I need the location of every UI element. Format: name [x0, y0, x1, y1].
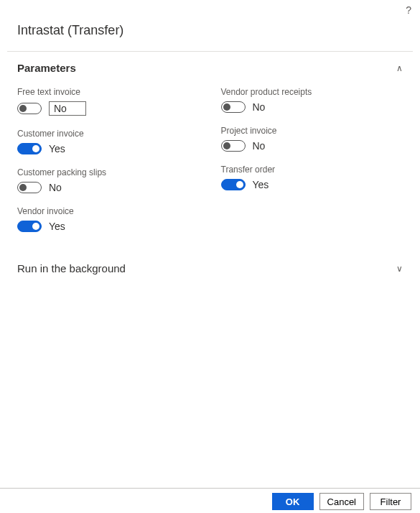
value-customer-invoice: Yes	[49, 143, 65, 154]
filter-button[interactable]: Filter	[370, 493, 411, 510]
label-transfer-order: Transfer order	[221, 165, 403, 175]
chevron-down-icon: ∨	[396, 264, 403, 273]
field-customer-invoice: Customer invoice Yes	[17, 129, 200, 154]
toggle-project-invoice[interactable]	[221, 140, 246, 152]
toggle-transfer-order[interactable]	[221, 179, 246, 190]
toggle-free-text-invoice[interactable]	[17, 103, 42, 114]
cancel-button[interactable]: Cancel	[319, 493, 364, 510]
toggle-vendor-product-receipts[interactable]	[221, 101, 246, 113]
toggle-customer-invoice[interactable]	[17, 143, 42, 154]
parameters-col-right: Vendor product receipts No Project invoi…	[221, 87, 403, 245]
field-transfer-order: Transfer order Yes	[221, 165, 403, 190]
run-background-title: Run in the background	[17, 262, 126, 274]
run-background-header[interactable]: Run in the background ∨	[17, 262, 403, 274]
label-customer-packing-slips: Customer packing slips	[17, 167, 200, 177]
value-project-invoice: No	[253, 140, 266, 152]
label-customer-invoice: Customer invoice	[17, 129, 200, 139]
parameters-header[interactable]: Parameters ∧	[17, 62, 403, 81]
parameters-section: Parameters ∧ Free text invoice Customer …	[0, 52, 420, 249]
parameters-col-left: Free text invoice Customer invoice Yes C…	[17, 87, 200, 245]
dialog-footer: OK Cancel Filter	[0, 488, 420, 513]
field-project-invoice: Project invoice No	[221, 126, 403, 152]
ok-button[interactable]: OK	[272, 493, 314, 510]
value-transfer-order: Yes	[253, 179, 269, 190]
value-customer-packing-slips: No	[49, 182, 62, 193]
run-background-section: Run in the background ∨	[0, 249, 420, 287]
field-customer-packing-slips: Customer packing slips No	[17, 167, 200, 193]
label-free-text-invoice: Free text invoice	[17, 87, 200, 97]
toggle-vendor-invoice[interactable]	[17, 221, 42, 232]
help-icon[interactable]: ?	[406, 4, 411, 16]
input-free-text-invoice[interactable]	[49, 101, 86, 116]
dialog-title: Intrastat (Transfer)	[0, 16, 420, 51]
value-vendor-invoice: Yes	[49, 221, 65, 232]
parameters-body: Free text invoice Customer invoice Yes C…	[17, 81, 403, 245]
chevron-up-icon: ∧	[396, 64, 403, 73]
value-vendor-product-receipts: No	[253, 101, 266, 113]
field-vendor-invoice: Vendor invoice Yes	[17, 206, 200, 232]
label-vendor-product-receipts: Vendor product receipts	[221, 87, 403, 97]
label-project-invoice: Project invoice	[221, 126, 403, 136]
toggle-customer-packing-slips[interactable]	[17, 182, 42, 193]
field-vendor-product-receipts: Vendor product receipts No	[221, 87, 403, 113]
field-free-text-invoice: Free text invoice	[17, 87, 200, 116]
label-vendor-invoice: Vendor invoice	[17, 206, 200, 216]
parameters-title: Parameters	[17, 62, 76, 74]
